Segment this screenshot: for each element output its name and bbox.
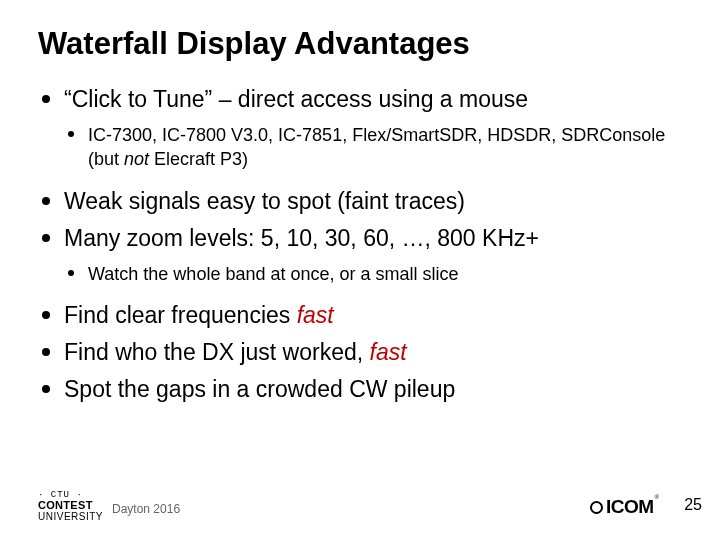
logo-university-line: UNIVERSITY	[38, 512, 103, 523]
icom-text: ICOM	[606, 496, 654, 518]
slide-title: Waterfall Display Advantages	[38, 26, 682, 62]
bullet-item: Find who the DX just worked, fast	[38, 337, 682, 368]
sub-bullet-tail: Elecraft P3)	[149, 149, 248, 169]
bullet-text: Weak signals easy to spot (faint traces)	[64, 188, 465, 214]
sub-bullet-item: IC-7300, IC-7800 V3.0, IC-7851, Flex/Sma…	[64, 123, 682, 172]
icom-logo: ICOM ®	[590, 496, 658, 518]
sub-bullet-list: IC-7300, IC-7800 V3.0, IC-7851, Flex/Sma…	[64, 123, 682, 172]
page-number: 25	[684, 496, 702, 514]
bullet-item: Many zoom levels: 5, 10, 30, 60, …, 800 …	[38, 223, 682, 286]
emphasis-fast: fast	[297, 302, 334, 328]
bullet-item: Find clear frequencies fast	[38, 300, 682, 331]
bullet-text: Spot the gaps in a crowded CW pileup	[64, 376, 455, 402]
bullet-text: Find clear frequencies	[64, 302, 297, 328]
bullet-item: Weak signals easy to spot (faint traces)	[38, 186, 682, 217]
registered-mark: ®	[655, 494, 659, 500]
slide: Waterfall Display Advantages “Click to T…	[0, 0, 720, 540]
sub-bullet-item: Watch the whole band at once, or a small…	[64, 262, 682, 286]
bullet-item: “Click to Tune” – direct access using a …	[38, 84, 682, 172]
bullet-item: Spot the gaps in a crowded CW pileup	[38, 374, 682, 405]
sub-bullet-list: Watch the whole band at once, or a small…	[64, 262, 682, 286]
bullet-list: “Click to Tune” – direct access using a …	[38, 84, 682, 405]
sub-bullet-text: Watch the whole band at once, or a small…	[88, 264, 459, 284]
circle-icon	[590, 501, 603, 514]
logo-contest-line: CONTEST	[38, 500, 103, 512]
slide-footer: · CTU · CONTEST UNIVERSITY Dayton 2016 I…	[0, 480, 720, 526]
footer-venue-text: Dayton 2016	[112, 502, 180, 516]
contest-university-logo: · CTU · CONTEST UNIVERSITY	[38, 491, 103, 522]
bullet-text: Many zoom levels: 5, 10, 30, 60, …, 800 …	[64, 225, 539, 251]
emphasis-fast: fast	[370, 339, 407, 365]
italic-word: not	[124, 149, 149, 169]
bullet-text: “Click to Tune” – direct access using a …	[64, 86, 528, 112]
bullet-text: Find who the DX just worked,	[64, 339, 370, 365]
